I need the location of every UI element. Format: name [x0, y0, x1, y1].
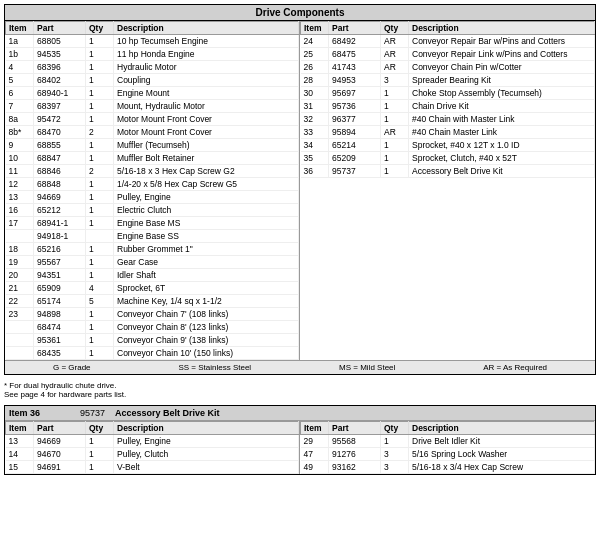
item36-left-col-item: Item	[6, 422, 34, 435]
right-table-row: 24 68492 AR Conveyor Repair Bar w/Pins a…	[301, 35, 595, 48]
left-cell-qty: 1	[86, 178, 114, 191]
left-cell-qty: 1	[86, 308, 114, 321]
item36-right-cell-item: 49	[301, 461, 329, 474]
right-cell-qty: 1	[381, 139, 409, 152]
left-cell-desc: Motor Mount Front Cover	[114, 126, 299, 139]
item36-left-header: Item Part Qty Description	[6, 422, 299, 435]
left-col-part: Part	[34, 22, 86, 35]
left-cell-desc: Gear Case	[114, 256, 299, 269]
footer-grade: G = Grade	[53, 363, 91, 372]
item36-right-col-qty: Qty	[381, 422, 409, 435]
left-cell-item: 11	[6, 165, 34, 178]
left-cell-qty: 4	[86, 282, 114, 295]
left-cell-item: 22	[6, 295, 34, 308]
right-cell-part: 95894	[329, 126, 381, 139]
left-cell-item: 23	[6, 308, 34, 321]
left-cell-item: 5	[6, 74, 34, 87]
left-cell-part: 94898	[34, 308, 86, 321]
left-header-row: Item Part Qty Description	[6, 22, 299, 35]
right-cell-desc: #40 Chain Master Link	[409, 126, 595, 139]
right-cell-item: 31	[301, 100, 329, 113]
left-cell-part: 94351	[34, 269, 86, 282]
left-table-row: 18 65216 1 Rubber Grommet 1"	[6, 243, 299, 256]
item36-left-col-desc: Description	[114, 422, 299, 435]
left-cell-item: 1a	[6, 35, 34, 48]
left-cell-desc: 1/4-20 x 5/8 Hex Cap Screw G5	[114, 178, 299, 191]
right-table-row: 28 94953 3 Spreader Bearing Kit	[301, 74, 595, 87]
right-table-row: 30 95697 1 Choke Stop Assembly (Tecumseh…	[301, 87, 595, 100]
left-cell-part: 68435	[34, 347, 86, 360]
item36-left-cell-part: 94669	[34, 435, 86, 448]
left-cell-desc: Engine Base MS	[114, 217, 299, 230]
item36-right-tbody: 29 95568 1 Drive Belt Idler Kit 47 91276…	[301, 435, 595, 474]
left-table-row: 19 95567 1 Gear Case	[6, 256, 299, 269]
item36-right-cell-part: 93162	[329, 461, 381, 474]
footer-ss: SS = Stainless Steel	[178, 363, 251, 372]
left-cell-item: 19	[6, 256, 34, 269]
left-cell-part: 95361	[34, 334, 86, 347]
right-table-row: 32 96377 1 #40 Chain with Master Link	[301, 113, 595, 126]
right-cell-desc: #40 Chain with Master Link	[409, 113, 595, 126]
right-table-row: 33 95894 AR #40 Chain Master Link	[301, 126, 595, 139]
right-cell-part: 94953	[329, 74, 381, 87]
item36-right-cell-item: 47	[301, 448, 329, 461]
left-cell-qty: 1	[86, 334, 114, 347]
left-cell-part: 68848	[34, 178, 86, 191]
item36-left-cell-qty: 1	[86, 435, 114, 448]
item36-right-cell-item: 29	[301, 435, 329, 448]
right-cell-desc: Conveyor Chain Pin w/Cotter	[409, 61, 595, 74]
left-table-row: 12 68848 1 1/4-20 x 5/8 Hex Cap Screw G5	[6, 178, 299, 191]
left-cell-desc: Mount, Hydraulic Motor	[114, 100, 299, 113]
item36-right-row: 29 95568 1 Drive Belt Idler Kit	[301, 435, 595, 448]
left-table-row: 8a 95472 1 Motor Mount Front Cover	[6, 113, 299, 126]
left-cell-desc: Hydraulic Motor	[114, 61, 299, 74]
left-cell-qty: 1	[86, 204, 114, 217]
right-cell-qty: AR	[381, 126, 409, 139]
left-cell-qty: 1	[86, 35, 114, 48]
left-cell-part: 95567	[34, 256, 86, 269]
left-cell-item	[6, 230, 34, 243]
left-cell-item	[6, 321, 34, 334]
right-cell-item: 33	[301, 126, 329, 139]
left-col-desc: Description	[114, 22, 299, 35]
right-cell-qty: AR	[381, 35, 409, 48]
right-cell-item: 32	[301, 113, 329, 126]
left-cell-item: 8a	[6, 113, 34, 126]
item36-left-cell-qty: 1	[86, 461, 114, 474]
right-table-row: 35 65209 1 Sprocket, Clutch, #40 x 52T	[301, 152, 595, 165]
item36-left-cell-qty: 1	[86, 448, 114, 461]
left-cell-qty: 2	[86, 126, 114, 139]
left-cell-desc: Pulley, Engine	[114, 191, 299, 204]
right-table-row: 36 95737 1 Accessory Belt Drive Kit	[301, 165, 595, 178]
left-cell-desc: Conveyor Chain 8' (123 links)	[114, 321, 299, 334]
left-tbody: 1a 68805 1 10 hp Tecumseh Engine 1b 9453…	[6, 35, 299, 360]
left-cell-desc: Conveyor Chain 9' (138 links)	[114, 334, 299, 347]
right-cell-part: 95737	[329, 165, 381, 178]
right-cell-part: 65214	[329, 139, 381, 152]
left-cell-desc: Machine Key, 1/4 sq x 1-1/2	[114, 295, 299, 308]
left-cell-desc: Coupling	[114, 74, 299, 87]
left-cell-qty: 5	[86, 295, 114, 308]
right-cell-desc: Spreader Bearing Kit	[409, 74, 595, 87]
right-cell-qty: AR	[381, 48, 409, 61]
left-table-row: 21 65909 4 Sprocket, 6T	[6, 282, 299, 295]
item36-left-cell-desc: V-Belt	[114, 461, 299, 474]
split-table: Item Part Qty Description 1a 68805 1 10 …	[5, 21, 595, 360]
left-cell-item: 16	[6, 204, 34, 217]
right-col-part: Part	[329, 22, 381, 35]
left-cell-item: 18	[6, 243, 34, 256]
right-cell-qty: 1	[381, 100, 409, 113]
left-cell-item: 4	[6, 61, 34, 74]
left-table-row: 8b* 68470 2 Motor Mount Front Cover	[6, 126, 299, 139]
item36-left-row: 14 94670 1 Pulley, Clutch	[6, 448, 299, 461]
item36-right-cell-desc: 5/16 Spring Lock Washer	[409, 448, 595, 461]
left-cell-qty: 1	[86, 152, 114, 165]
item36-left-col-part: Part	[34, 422, 86, 435]
right-cell-item: 36	[301, 165, 329, 178]
right-cell-item: 35	[301, 152, 329, 165]
right-cell-item: 26	[301, 61, 329, 74]
left-cell-part: 65212	[34, 204, 86, 217]
right-cell-item: 30	[301, 87, 329, 100]
right-col-qty: Qty	[381, 22, 409, 35]
left-cell-part: 68846	[34, 165, 86, 178]
